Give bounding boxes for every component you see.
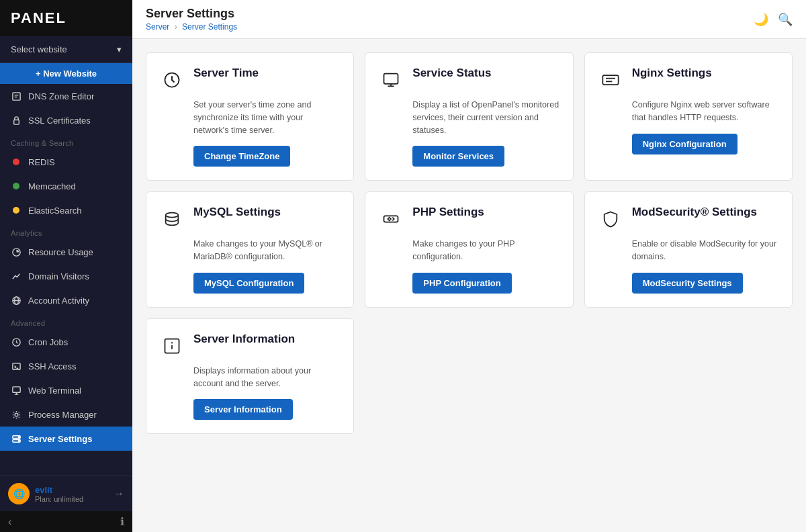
sidebar-item-process-manager[interactable]: Process Manager [0,402,132,427]
sidebar-item-web-terminal[interactable]: Web Terminal [0,378,132,402]
card-desc: Enable or disable ModSecurity for your d… [632,238,778,263]
sidebar-item-memcached[interactable]: Memcached [0,174,132,198]
card-desc: Make changes to your MySQL® or MariaDB® … [193,238,340,263]
card-server-time: Server Time Set your server's time zone … [146,52,354,181]
svg-rect-20 [384,74,398,84]
elasticsearch-icon [11,205,21,216]
section-analytics-label: Analytics [0,222,132,240]
sidebar-item-resource-usage[interactable]: Resource Usage [0,240,132,264]
php-card-icon [379,207,403,231]
main-content: Server Settings Server › Server Settings… [132,0,806,532]
card-title: Service Status [412,66,559,80]
clock-card-icon [160,68,184,92]
sidebar-item-account-activity[interactable]: Account Activity [0,288,132,312]
svg-rect-11 [12,386,19,392]
sidebar: PANEL Select website ▾ + New Website DNS… [0,0,132,532]
sidebar-item-domain-visitors[interactable]: Domain Visitors [0,264,132,288]
screen-icon [11,385,21,396]
nginx-card-icon [598,68,623,92]
card-header: Server Information [160,332,340,358]
card-title: Server Information [193,332,340,346]
sidebar-item-server-settings[interactable]: Server Settings [0,427,132,451]
card-desc: Displays information about your account … [193,365,340,390]
card-service-status: Service Status Display a list of OpenPan… [365,52,573,181]
sidebar-bottom-bar: ‹ ℹ [0,511,132,532]
sidebar-item-ssh-access[interactable]: SSH Access [0,354,132,378]
info-icon[interactable]: ℹ [120,515,124,528]
card-header: PHP Settings [379,206,559,231]
chart-icon [11,247,21,257]
card-desc: Display a list of OpenPanel's monitored … [412,99,559,136]
card-modsecurity: ModSecurity® Settings Enable or disable … [584,191,793,308]
collapse-icon[interactable]: ‹ [8,516,11,528]
change-timezone-button[interactable]: Change TimeZone [193,146,290,167]
svg-point-14 [15,413,18,416]
card-title: ModSecurity® Settings [632,206,778,219]
avatar: 🌐 [8,483,30,504]
php-configuration-button[interactable]: PHP Configuration [412,273,511,294]
svg-rect-23 [602,75,618,85]
card-title: PHP Settings [412,206,559,219]
server-information-button[interactable]: Server Information [193,399,293,420]
sidebar-item-ssl-certificates[interactable]: SSL Certificates [0,108,132,132]
memcached-icon [11,181,21,191]
card-header: Server Time [160,66,340,92]
card-nginx-settings: Nginx Settings Configure Nginx web serve… [584,52,793,181]
breadcrumb-server[interactable]: Server [146,22,169,32]
svg-rect-3 [13,120,19,124]
search-icon[interactable]: 🔍 [778,12,793,27]
cards-grid: Server Time Set your server's time zone … [146,52,793,434]
monitor-services-button[interactable]: Monitor Services [412,146,504,167]
server-icon [11,433,21,444]
card-desc: Make changes to your PHP configuration. [412,238,559,263]
redis-icon [11,157,21,167]
card-title: Server Time [193,66,340,80]
card-mysql-settings: MySQL Settings Make changes to your MySQ… [146,191,354,308]
svg-rect-0 [12,92,19,99]
card-desc: Configure Nginx web server software that… [632,99,778,124]
new-website-button[interactable]: + New Website [0,63,132,84]
topbar-left: Server Settings Server › Server Settings [146,7,237,32]
sidebar-item-redis[interactable]: REDIS [0,150,132,174]
modsecurity-settings-button[interactable]: ModSecurity Settings [632,273,743,294]
svg-point-18 [18,440,19,441]
section-caching-label: Caching & Search [0,132,132,150]
sidebar-footer: 🌐 evlit Plan: unlimited → [0,476,132,511]
logout-icon[interactable]: → [114,488,124,500]
select-website-dropdown[interactable]: Select website ▾ [0,36,132,63]
sidebar-item-dns-zone-editor[interactable]: DNS Zone Editor [0,84,132,108]
svg-point-26 [166,213,179,218]
footer-username[interactable]: evlit [35,485,108,495]
dark-mode-icon[interactable]: 🌙 [754,12,768,27]
card-desc: Set your server's time zone and synchron… [193,99,340,136]
card-header: Service Status [379,66,559,92]
linechart-icon [11,271,21,281]
monitor-card-icon [379,68,403,92]
user-info: evlit Plan: unlimited [35,485,108,503]
breadcrumb-current[interactable]: Server Settings [182,22,237,32]
sidebar-item-elasticsearch[interactable]: ElasticSearch [0,198,132,222]
info-card-icon [160,334,184,358]
mysql-configuration-button[interactable]: MySQL Configuration [193,273,304,294]
globe-icon [11,295,21,306]
clock-icon [11,337,21,347]
card-header: MySQL Settings [160,206,340,231]
card-server-information: Server Information Displays information … [146,318,354,435]
sidebar-logo: PANEL [0,0,132,36]
breadcrumb: Server › Server Settings [146,22,237,32]
sidebar-item-cron-jobs[interactable]: Cron Jobs [0,330,132,354]
section-advanced-label: Advanced [0,312,132,330]
database-card-icon [160,207,184,231]
topbar: Server Settings Server › Server Settings… [132,0,806,39]
footer-plan: Plan: unlimited [35,495,108,503]
nginx-configuration-button[interactable]: Nginx Configuration [632,134,737,154]
shield-card-icon [598,207,623,231]
card-title: MySQL Settings [193,206,340,219]
edit-icon [11,91,21,101]
terminal-icon [11,361,21,371]
content-area: Server Time Set your server's time zone … [132,39,806,532]
card-title: Nginx Settings [632,66,778,80]
page-title: Server Settings [146,7,237,21]
topbar-actions: 🌙 🔍 [754,12,793,27]
sidebar-nav: DNS Zone Editor SSL Certificates Caching… [0,84,132,476]
